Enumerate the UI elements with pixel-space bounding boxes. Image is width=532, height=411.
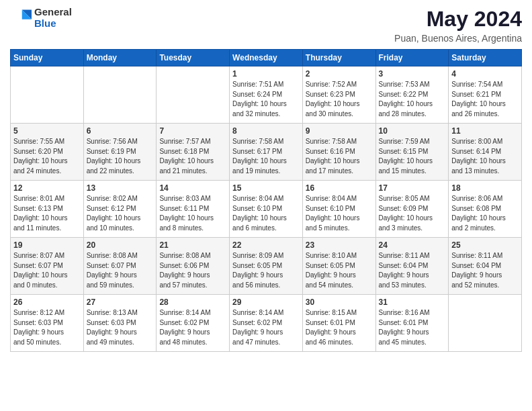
calendar-cell: 8Sunrise: 7:58 AM Sunset: 6:17 PM Daylig… xyxy=(230,124,303,181)
day-info: Sunrise: 8:12 AM Sunset: 6:03 PM Dayligh… xyxy=(13,308,81,347)
calendar-cell: 21Sunrise: 8:08 AM Sunset: 6:06 PM Dayli… xyxy=(157,238,230,295)
day-info: Sunrise: 8:13 AM Sunset: 6:03 PM Dayligh… xyxy=(87,308,154,347)
header-monday: Monday xyxy=(83,50,157,66)
calendar-header-row: Sunday Monday Tuesday Wednesday Thursday… xyxy=(11,50,522,66)
day-info: Sunrise: 7:55 AM Sunset: 6:20 PM Dayligh… xyxy=(13,137,81,176)
day-info: Sunrise: 8:14 AM Sunset: 6:02 PM Dayligh… xyxy=(232,308,300,347)
day-number: 24 xyxy=(379,240,446,250)
day-info: Sunrise: 8:08 AM Sunset: 6:06 PM Dayligh… xyxy=(159,251,226,290)
day-info: Sunrise: 8:06 AM Sunset: 6:08 PM Dayligh… xyxy=(451,194,519,233)
day-info: Sunrise: 8:08 AM Sunset: 6:07 PM Dayligh… xyxy=(87,251,154,290)
calendar-cell: 14Sunrise: 8:03 AM Sunset: 6:11 PM Dayli… xyxy=(157,181,230,238)
header-tuesday: Tuesday xyxy=(157,50,230,66)
day-info: Sunrise: 7:57 AM Sunset: 6:18 PM Dayligh… xyxy=(159,137,226,176)
calendar-cell: 4Sunrise: 7:54 AM Sunset: 6:21 PM Daylig… xyxy=(449,66,522,124)
header-wednesday: Wednesday xyxy=(230,50,303,66)
header-friday: Friday xyxy=(375,50,449,66)
calendar-cell: 12Sunrise: 8:01 AM Sunset: 6:13 PM Dayli… xyxy=(11,181,84,238)
day-info: Sunrise: 8:14 AM Sunset: 6:02 PM Dayligh… xyxy=(159,308,226,347)
day-info: Sunrise: 8:02 AM Sunset: 6:12 PM Dayligh… xyxy=(87,194,154,233)
calendar-cell xyxy=(157,66,230,124)
day-info: Sunrise: 7:58 AM Sunset: 6:16 PM Dayligh… xyxy=(306,137,373,176)
calendar-cell: 18Sunrise: 8:06 AM Sunset: 6:08 PM Dayli… xyxy=(449,181,522,238)
calendar-cell: 10Sunrise: 7:59 AM Sunset: 6:15 PM Dayli… xyxy=(375,124,449,181)
day-number: 8 xyxy=(232,126,300,136)
calendar-cell: 28Sunrise: 8:14 AM Sunset: 6:02 PM Dayli… xyxy=(157,295,230,352)
calendar-cell: 15Sunrise: 8:04 AM Sunset: 6:10 PM Dayli… xyxy=(230,181,303,238)
day-info: Sunrise: 8:15 AM Sunset: 6:01 PM Dayligh… xyxy=(306,308,373,347)
day-number: 4 xyxy=(451,69,519,79)
calendar-week-row-2: 5Sunrise: 7:55 AM Sunset: 6:20 PM Daylig… xyxy=(11,124,522,181)
day-info: Sunrise: 8:16 AM Sunset: 6:01 PM Dayligh… xyxy=(379,308,446,347)
day-info: Sunrise: 8:10 AM Sunset: 6:05 PM Dayligh… xyxy=(306,251,373,290)
day-number: 19 xyxy=(13,240,81,250)
calendar-cell: 23Sunrise: 8:10 AM Sunset: 6:05 PM Dayli… xyxy=(302,238,375,295)
calendar-cell: 1Sunrise: 7:51 AM Sunset: 6:24 PM Daylig… xyxy=(230,66,303,124)
calendar-week-row-5: 26Sunrise: 8:12 AM Sunset: 6:03 PM Dayli… xyxy=(11,295,522,352)
calendar-cell: 17Sunrise: 8:05 AM Sunset: 6:09 PM Dayli… xyxy=(375,181,449,238)
calendar-cell: 6Sunrise: 7:56 AM Sunset: 6:19 PM Daylig… xyxy=(83,124,157,181)
day-info: Sunrise: 7:56 AM Sunset: 6:19 PM Dayligh… xyxy=(87,137,154,176)
day-number: 20 xyxy=(87,240,154,250)
day-number: 1 xyxy=(232,69,300,79)
day-number: 16 xyxy=(306,183,373,193)
calendar-cell xyxy=(11,66,84,124)
day-info: Sunrise: 8:04 AM Sunset: 6:10 PM Dayligh… xyxy=(306,194,373,233)
day-info: Sunrise: 8:11 AM Sunset: 6:04 PM Dayligh… xyxy=(451,251,519,290)
day-info: Sunrise: 7:58 AM Sunset: 6:17 PM Dayligh… xyxy=(232,137,300,176)
day-info: Sunrise: 7:51 AM Sunset: 6:24 PM Dayligh… xyxy=(232,80,300,119)
day-number: 26 xyxy=(13,298,81,307)
day-info: Sunrise: 8:04 AM Sunset: 6:10 PM Dayligh… xyxy=(232,194,300,233)
calendar-cell xyxy=(83,66,157,124)
logo-icon xyxy=(10,7,32,29)
title-block: May 2024 Puan, Buenos Aires, Argentina xyxy=(394,7,522,44)
day-number: 23 xyxy=(306,240,373,250)
day-info: Sunrise: 7:59 AM Sunset: 6:15 PM Dayligh… xyxy=(379,137,446,176)
logo: General Blue xyxy=(10,7,72,29)
calendar-cell: 7Sunrise: 7:57 AM Sunset: 6:18 PM Daylig… xyxy=(157,124,230,181)
day-number: 31 xyxy=(379,298,446,307)
calendar-cell: 24Sunrise: 8:11 AM Sunset: 6:04 PM Dayli… xyxy=(375,238,449,295)
month-year-title: May 2024 xyxy=(394,7,522,32)
day-info: Sunrise: 8:09 AM Sunset: 6:05 PM Dayligh… xyxy=(232,251,300,290)
calendar-week-row-4: 19Sunrise: 8:07 AM Sunset: 6:07 PM Dayli… xyxy=(11,238,522,295)
calendar-cell: 27Sunrise: 8:13 AM Sunset: 6:03 PM Dayli… xyxy=(83,295,157,352)
day-info: Sunrise: 8:03 AM Sunset: 6:11 PM Dayligh… xyxy=(159,194,226,233)
logo-general-text: General xyxy=(34,7,72,18)
day-number: 2 xyxy=(306,69,373,79)
page: General Blue May 2024 Puan, Buenos Aires… xyxy=(0,0,532,411)
calendar-cell: 25Sunrise: 8:11 AM Sunset: 6:04 PM Dayli… xyxy=(449,238,522,295)
day-number: 15 xyxy=(232,183,300,193)
header-saturday: Saturday xyxy=(449,50,522,66)
day-number: 17 xyxy=(379,183,446,193)
calendar-cell: 11Sunrise: 8:00 AM Sunset: 6:14 PM Dayli… xyxy=(449,124,522,181)
calendar-cell: 29Sunrise: 8:14 AM Sunset: 6:02 PM Dayli… xyxy=(230,295,303,352)
calendar-cell: 31Sunrise: 8:16 AM Sunset: 6:01 PM Dayli… xyxy=(375,295,449,352)
calendar-week-row-1: 1Sunrise: 7:51 AM Sunset: 6:24 PM Daylig… xyxy=(11,66,522,124)
day-info: Sunrise: 7:53 AM Sunset: 6:22 PM Dayligh… xyxy=(379,80,446,119)
day-number: 22 xyxy=(232,240,300,250)
calendar-cell: 30Sunrise: 8:15 AM Sunset: 6:01 PM Dayli… xyxy=(302,295,375,352)
calendar-cell xyxy=(449,295,522,352)
calendar-week-row-3: 12Sunrise: 8:01 AM Sunset: 6:13 PM Dayli… xyxy=(11,181,522,238)
calendar-cell: 19Sunrise: 8:07 AM Sunset: 6:07 PM Dayli… xyxy=(11,238,84,295)
calendar-cell: 5Sunrise: 7:55 AM Sunset: 6:20 PM Daylig… xyxy=(11,124,84,181)
day-number: 3 xyxy=(379,69,446,79)
calendar-cell: 13Sunrise: 8:02 AM Sunset: 6:12 PM Dayli… xyxy=(83,181,157,238)
day-number: 30 xyxy=(306,298,373,307)
calendar-cell: 20Sunrise: 8:08 AM Sunset: 6:07 PM Dayli… xyxy=(83,238,157,295)
day-number: 27 xyxy=(87,298,154,307)
day-number: 25 xyxy=(451,240,519,250)
day-info: Sunrise: 7:54 AM Sunset: 6:21 PM Dayligh… xyxy=(451,80,519,119)
logo-blue-text: Blue xyxy=(34,18,72,30)
day-number: 14 xyxy=(159,183,226,193)
day-info: Sunrise: 8:07 AM Sunset: 6:07 PM Dayligh… xyxy=(13,251,81,290)
day-number: 18 xyxy=(451,183,519,193)
calendar-cell: 26Sunrise: 8:12 AM Sunset: 6:03 PM Dayli… xyxy=(11,295,84,352)
day-number: 13 xyxy=(87,183,154,193)
header-thursday: Thursday xyxy=(302,50,375,66)
calendar-cell: 22Sunrise: 8:09 AM Sunset: 6:05 PM Dayli… xyxy=(230,238,303,295)
day-info: Sunrise: 8:05 AM Sunset: 6:09 PM Dayligh… xyxy=(379,194,446,233)
day-number: 21 xyxy=(159,240,226,250)
day-info: Sunrise: 8:00 AM Sunset: 6:14 PM Dayligh… xyxy=(451,137,519,176)
